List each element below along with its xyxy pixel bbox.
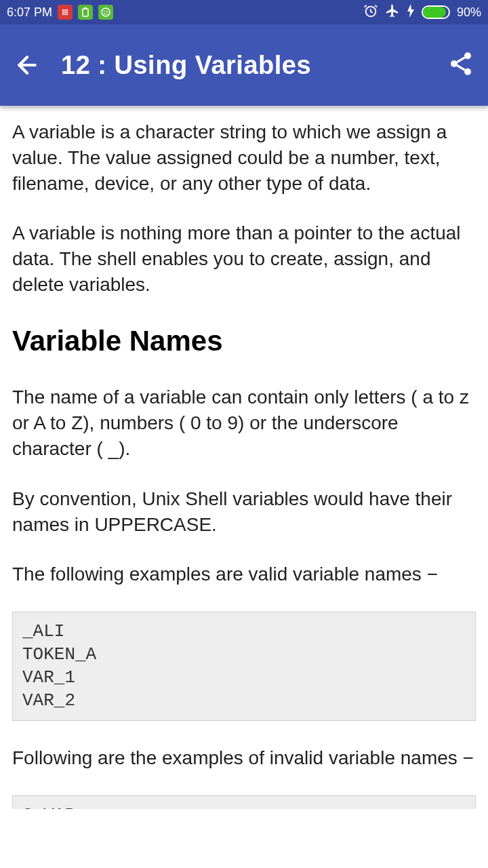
notification-icon-1 [58, 5, 73, 20]
svg-point-5 [66, 12, 68, 13]
section-heading: Variable Names [12, 322, 476, 361]
battery-percent: 90% [457, 5, 481, 20]
svg-point-4 [64, 12, 66, 13]
paragraph: The following examples are valid variabl… [12, 561, 476, 587]
charging-icon [407, 4, 415, 21]
svg-rect-9 [83, 9, 88, 16]
svg-point-8 [66, 14, 68, 15]
app-bar: 12 : Using Variables [0, 24, 488, 106]
svg-point-15 [464, 52, 471, 59]
svg-point-11 [102, 8, 110, 16]
share-button[interactable] [447, 50, 474, 80]
paragraph: The name of a variable can contain only … [12, 384, 476, 461]
svg-point-13 [106, 11, 108, 12]
battery-icon [422, 5, 450, 19]
svg-point-17 [464, 68, 471, 75]
status-bar: 6:07 PM 90% [0, 0, 488, 24]
paragraph: Following are the examples of invalid va… [12, 745, 476, 771]
svg-point-7 [64, 14, 66, 15]
svg-point-16 [451, 60, 458, 67]
svg-point-12 [104, 11, 105, 12]
svg-point-1 [64, 9, 66, 11]
code-block: _ALI TOKEN_A VAR_1 VAR_2 [12, 612, 476, 721]
paragraph: By convention, Unix Shell variables woul… [12, 486, 476, 538]
status-right: 90% [363, 3, 481, 22]
svg-point-0 [62, 9, 64, 11]
page-title: 12 : Using Variables [61, 51, 311, 80]
back-button[interactable] [14, 52, 41, 79]
airplane-icon [385, 3, 400, 22]
status-time: 6:07 PM [7, 5, 52, 20]
code-block: 2_VAR [12, 795, 476, 809]
svg-point-2 [66, 9, 68, 11]
paragraph: A variable is nothing more than a pointe… [12, 220, 476, 297]
notification-icon-3 [98, 5, 113, 20]
svg-point-6 [62, 14, 64, 15]
svg-point-3 [62, 12, 64, 13]
paragraph: A variable is a character string to whic… [12, 119, 476, 196]
alarm-icon [363, 3, 378, 22]
svg-rect-10 [84, 7, 87, 9]
status-left: 6:07 PM [7, 5, 113, 20]
content-area[interactable]: A variable is a character string to whic… [0, 106, 488, 823]
notification-icon-2 [78, 5, 93, 20]
